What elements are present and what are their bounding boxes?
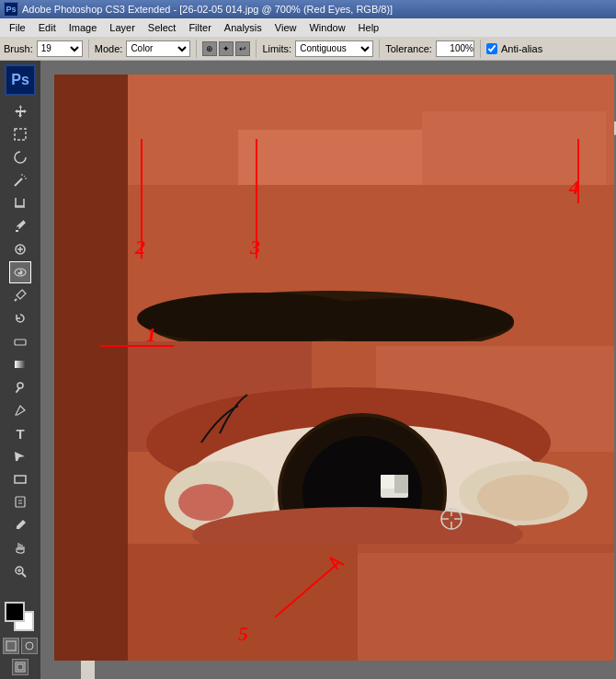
color-swatches[interactable] (5, 602, 36, 633)
menu-layer[interactable]: Layer (104, 21, 141, 34)
separator-4 (379, 40, 380, 58)
svg-rect-10 (15, 340, 26, 345)
icon-group: ⊕ ✦ ↩ (202, 41, 250, 56)
tool-path-select[interactable] (9, 445, 31, 467)
options-icon-3[interactable]: ↩ (235, 41, 250, 56)
tool-magic-wand[interactable] (9, 169, 31, 191)
tool-shape[interactable] (9, 468, 31, 490)
svg-line-1 (15, 178, 22, 186)
canvas-area[interactable]: 9 (40, 61, 616, 679)
options-icon-1[interactable]: ⊕ (202, 41, 217, 56)
menubar: File Edit Image Layer Select Filter Anal… (0, 18, 616, 37)
menu-window[interactable]: Window (303, 21, 350, 34)
fullscreen-btn[interactable] (12, 659, 29, 675)
tool-zoom[interactable] (9, 560, 31, 582)
svg-point-56 (178, 484, 234, 521)
tool-gradient[interactable] (9, 353, 31, 375)
svg-point-57 (477, 475, 569, 521)
tolerance-label: Tolerance: (385, 43, 432, 54)
type-icon: T (16, 426, 24, 442)
toolbar: Ps (0, 61, 40, 679)
quick-mask-btn[interactable] (21, 638, 38, 654)
svg-rect-50 (394, 475, 408, 493)
svg-text:1: 1 (146, 323, 156, 346)
options-bar: Brush: 19 Mode: Color ⊕ ✦ ↩ Limits: Cont… (0, 37, 616, 61)
separator-1 (88, 40, 89, 58)
limits-select[interactable]: Contiguous (295, 40, 373, 57)
menu-view[interactable]: View (269, 21, 302, 34)
foreground-color[interactable] (5, 602, 25, 622)
tool-pen[interactable] (9, 399, 31, 421)
svg-rect-13 (15, 476, 26, 483)
tool-type[interactable]: T (9, 422, 31, 444)
tool-clone-stamp[interactable] (9, 284, 31, 306)
tool-eyedropper[interactable] (9, 215, 31, 237)
svg-text:2: 2 (134, 236, 145, 259)
svg-line-4 (24, 176, 25, 177)
svg-rect-5 (16, 230, 18, 232)
menu-analysis[interactable]: Analysis (219, 21, 268, 34)
svg-text:3: 3 (249, 236, 260, 259)
tool-eraser[interactable] (9, 330, 31, 352)
app-icon: Ps (4, 2, 18, 17)
tolerance-input[interactable] (436, 40, 474, 57)
svg-rect-11 (15, 361, 26, 368)
tool-crop[interactable] (9, 192, 31, 214)
standard-mode-btn[interactable] (3, 638, 19, 654)
svg-rect-55 (358, 553, 614, 661)
mode-label: Mode: (95, 43, 123, 54)
svg-point-9 (18, 270, 20, 272)
screen-mode-buttons (12, 659, 29, 675)
separator-2 (196, 40, 197, 58)
svg-point-22 (26, 642, 33, 650)
tool-color-sampler[interactable] (9, 514, 31, 536)
menu-edit[interactable]: Edit (33, 21, 62, 34)
tool-lasso[interactable] (9, 146, 31, 168)
brush-label: Brush: (4, 43, 33, 54)
menu-select[interactable]: Select (143, 21, 182, 34)
svg-rect-31 (54, 75, 128, 661)
tool-dodge[interactable] (9, 376, 31, 398)
svg-point-12 (17, 383, 23, 388)
separator-5 (480, 40, 481, 58)
svg-rect-33 (128, 185, 614, 259)
svg-point-38 (293, 298, 514, 344)
tool-healing-brush[interactable] (9, 238, 31, 260)
menu-filter[interactable]: Filter (183, 21, 216, 34)
svg-point-8 (18, 270, 23, 275)
limits-label: Limits: (262, 43, 291, 54)
ps-logo: Ps (5, 64, 36, 96)
svg-rect-34 (238, 130, 422, 185)
menu-image[interactable]: Image (63, 21, 103, 34)
tool-notes[interactable] (9, 491, 31, 513)
options-icon-2[interactable]: ✦ (219, 41, 234, 56)
svg-line-18 (22, 573, 26, 577)
tool-move[interactable] (9, 100, 31, 122)
svg-rect-0 (15, 129, 26, 140)
mode-buttons (3, 638, 38, 654)
svg-rect-14 (16, 497, 25, 507)
tool-marquee[interactable] (9, 123, 31, 145)
antialias-label: Anti-alias (501, 43, 542, 54)
window-title: Adobe Photoshop CS3 Extended - [26-02-05… (22, 4, 393, 15)
mode-select[interactable]: Color (126, 40, 190, 57)
menu-help[interactable]: Help (353, 21, 385, 34)
menu-file[interactable]: File (4, 21, 31, 34)
svg-rect-24 (17, 664, 23, 670)
antialias-checkbox[interactable] (486, 43, 497, 54)
separator-3 (256, 40, 257, 58)
tool-history-brush[interactable] (9, 307, 31, 329)
photo-canvas[interactable]: 1 2 3 4 5 (54, 75, 614, 661)
tool-hand[interactable] (9, 537, 31, 559)
svg-text:4: 4 (568, 176, 579, 199)
main-area: Ps (0, 61, 616, 679)
svg-text:5: 5 (238, 622, 248, 645)
brush-select[interactable]: 19 (37, 40, 83, 57)
tool-red-eye[interactable] (9, 261, 31, 283)
titlebar: Ps Adobe Photoshop CS3 Extended - [26-02… (0, 0, 616, 18)
svg-rect-21 (6, 641, 16, 650)
